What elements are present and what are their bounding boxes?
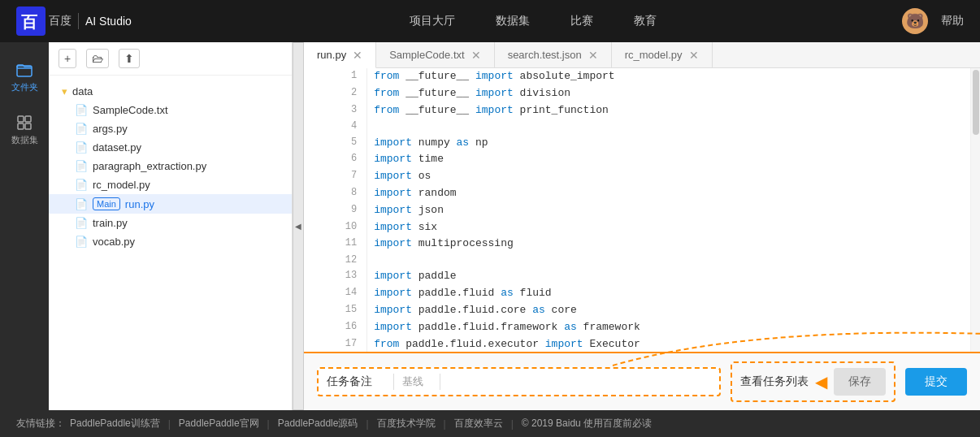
table-row: 2 from __future__ import division <box>304 85 970 102</box>
table-row: 6 import time <box>304 151 970 168</box>
task-divider <box>393 374 394 390</box>
table-row: 7 import os <box>304 168 970 185</box>
help-link[interactable]: 帮助 <box>941 14 964 28</box>
close-tab-rcmodel[interactable]: ✕ <box>689 50 699 61</box>
list-item[interactable]: 📄 Main run.py <box>49 194 292 214</box>
baidu-icon: 百 <box>16 6 46 36</box>
datasets-icon <box>15 113 34 132</box>
list-item[interactable]: 📄 rc_model.py <box>49 175 292 194</box>
nav-competition[interactable]: 比赛 <box>570 14 593 28</box>
footer-link-source[interactable]: PaddlePaddle源码 <box>278 417 358 431</box>
save-button[interactable]: 保存 <box>834 368 886 396</box>
table-row: 5 import numpy as np <box>304 135 970 152</box>
logo-divider <box>78 13 79 29</box>
svg-rect-5 <box>18 123 24 129</box>
table-row: 8 import random <box>304 185 970 202</box>
top-navbar: 百 百度 AI Studio 项目大厅 数据集 比赛 教育 🐻 帮助 <box>0 0 980 42</box>
scrollbar-thumb[interactable] <box>973 70 979 135</box>
tab-run-py[interactable]: run.py ✕ <box>304 42 376 68</box>
file-tree: ▾ data 📄 SampleCode.txt 📄 args.py 📄 data… <box>49 76 292 410</box>
arrow-left-icon: ◀ <box>815 372 827 392</box>
footer-copyright: © 2019 Baidu 使用百度前必读 <box>522 417 652 431</box>
scrollbar[interactable] <box>970 68 980 352</box>
file-icon-train: 📄 <box>75 217 88 229</box>
collapse-arrow[interactable]: ◀ <box>293 42 304 410</box>
table-row: 10 import six <box>304 219 970 236</box>
baseline-label: 基线 <box>402 374 423 389</box>
close-tab-search[interactable]: ✕ <box>588 50 598 61</box>
table-row: 12 <box>304 253 970 268</box>
file-icon-run: 📄 <box>75 198 88 210</box>
svg-rect-3 <box>18 116 24 122</box>
tab-samplecode[interactable]: SampleCode.txt ✕ <box>376 42 495 67</box>
footer-link-training[interactable]: PaddlePaddle训练营 <box>70 417 160 431</box>
table-row: 3 from __future__ import print_function <box>304 102 970 119</box>
editor-tabs: run.py ✕ SampleCode.txt ✕ search.test.js… <box>304 42 980 68</box>
submit-button[interactable]: 提交 <box>905 368 967 396</box>
task-right-area: 查看任务列表 ◀ 保存 <box>731 361 895 402</box>
file-icon-vocab: 📄 <box>75 236 88 248</box>
topnav-right: 🐻 帮助 <box>902 8 964 34</box>
file-toolbar: + 🗁 ⬆ <box>49 42 292 76</box>
footer-link-academy[interactable]: 百度技术学院 <box>377 417 436 431</box>
sidebar-label-files: 文件夹 <box>11 81 38 93</box>
task-note-input[interactable] <box>449 376 711 388</box>
file-icon-paragraph: 📄 <box>75 160 88 172</box>
svg-rect-6 <box>25 123 31 129</box>
main-nav: 项目大厅 数据集 比赛 教育 <box>164 14 902 28</box>
task-divider2 <box>440 374 440 390</box>
tab-search-test[interactable]: search.test.json ✕ <box>495 42 612 67</box>
studio-text: AI Studio <box>85 15 132 28</box>
svg-rect-2 <box>17 66 32 76</box>
list-item[interactable]: 📄 dataset.py <box>49 138 292 157</box>
table-row: 13 import paddle <box>304 268 970 285</box>
upload-button[interactable]: ⬆ <box>119 49 140 68</box>
file-icon-samplecode: 📄 <box>75 104 88 116</box>
main-badge: Main <box>93 197 120 210</box>
tab-rc-model[interactable]: rc_model.py ✕ <box>612 42 713 67</box>
table-row: 17 from paddle.fluid.executor import Exe… <box>304 336 970 352</box>
new-folder-button[interactable]: 🗁 <box>86 49 109 68</box>
new-file-button[interactable]: + <box>59 49 76 68</box>
user-avatar[interactable]: 🐻 <box>902 8 928 34</box>
editor-area: run.py ✕ SampleCode.txt ✕ search.test.js… <box>304 42 980 410</box>
folder-chevron-icon: ▾ <box>62 85 67 97</box>
file-explorer: + 🗁 ⬆ ▾ data 📄 SampleCode.txt 📄 args.py … <box>49 42 293 410</box>
folder-icon <box>15 60 34 80</box>
footer-link-efficiency[interactable]: 百度效率云 <box>454 417 503 431</box>
sidebar-item-files[interactable]: 文件夹 <box>0 50 49 103</box>
folder-data[interactable]: ▾ data <box>49 82 292 101</box>
code-area: 1 from __future__ import absolute_import… <box>304 68 980 352</box>
logo-area: 百 百度 AI Studio <box>16 6 132 36</box>
action-bar: 任务备注 基线 查看任务列表 ◀ 保存 提交 <box>304 352 980 410</box>
footer: 友情链接： PaddlePaddle训练营 | PaddlePaddle官网 |… <box>0 410 980 437</box>
list-item[interactable]: 📄 args.py <box>49 119 292 138</box>
table-row: 4 <box>304 119 970 134</box>
list-item[interactable]: 📄 SampleCode.txt <box>49 101 292 119</box>
folder-name: data <box>72 85 93 97</box>
file-icon-dataset: 📄 <box>75 141 88 154</box>
task-input-area: 任务备注 基线 <box>317 367 721 396</box>
list-item[interactable]: 📄 vocab.py <box>49 232 292 251</box>
list-item[interactable]: 📄 train.py <box>49 214 292 232</box>
list-item[interactable]: 📄 paragraph_extraction.py <box>49 157 292 175</box>
svg-text:百: 百 <box>21 13 38 31</box>
sidebar-label-datasets: 数据集 <box>11 134 38 146</box>
table-row: 11 import multiprocessing <box>304 236 970 253</box>
nav-datasets[interactable]: 数据集 <box>496 14 530 28</box>
sidebar-item-datasets[interactable]: 数据集 <box>0 103 49 156</box>
close-tab-sample[interactable]: ✕ <box>471 50 481 61</box>
code-content[interactable]: 1 from __future__ import absolute_import… <box>304 68 970 352</box>
close-tab-run[interactable]: ✕ <box>353 50 362 61</box>
svg-rect-4 <box>25 116 31 122</box>
nav-education[interactable]: 教育 <box>634 14 657 28</box>
view-tasks-button[interactable]: 查看任务列表 <box>740 374 809 389</box>
file-icon-rcmodel: 📄 <box>75 179 88 191</box>
main-content: 文件夹 数据集 + 🗁 ⬆ ▾ data <box>0 42 980 410</box>
nav-projects[interactable]: 项目大厅 <box>410 14 455 28</box>
table-row: 15 import paddle.fluid.core as core <box>304 302 970 319</box>
code-table: 1 from __future__ import absolute_import… <box>304 68 970 352</box>
footer-link-official[interactable]: PaddlePaddle官网 <box>179 417 259 431</box>
table-row: 9 import json <box>304 202 970 219</box>
footer-prefix: 友情链接： <box>16 417 65 431</box>
